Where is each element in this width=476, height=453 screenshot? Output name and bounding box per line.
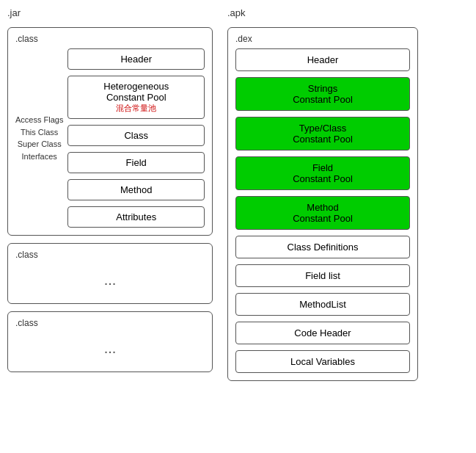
jar-attributes-block: Attributes — [67, 206, 205, 228]
jar-small-dots-1: ... — [15, 264, 205, 296]
jar-field-block: Field — [67, 152, 205, 173]
dex-blocks: Header StringsConstant Pool Type/ClassCo… — [235, 48, 410, 373]
apk-dex-box: .dex Header StringsConstant Pool Type/Cl… — [227, 27, 418, 381]
dex-classdefs-block: Class Definitions — [235, 236, 410, 258]
apk-dex-label: .dex — [235, 34, 410, 44]
this-class-label: This Class — [15, 126, 63, 139]
dex-methodlist-block: MethodList — [235, 293, 410, 316]
dex-fieldlist-block: Field list — [235, 264, 410, 287]
jar-method-block: Method — [67, 179, 205, 200]
dex-strings-block: StringsConstant Pool — [235, 77, 410, 111]
jar-small-class-label-1: .class — [15, 250, 205, 260]
jar-small-dots-2: ... — [15, 333, 205, 364]
interfaces-label: Interfaces — [15, 151, 63, 163]
jar-class-label: .class — [15, 34, 205, 44]
apk-label: .apk — [227, 7, 418, 18]
apk-column: .apk .dex Header StringsConstant Pool Ty… — [227, 7, 418, 381]
dex-method-block: MethodConstant Pool — [235, 196, 410, 230]
dex-header-block: Header — [235, 48, 410, 71]
jar-small-class-2: .class ... — [7, 311, 213, 372]
dex-codeheader-block: Code Header — [235, 322, 410, 344]
jar-label: .jar — [7, 7, 213, 18]
dex-typeclass-block: Type/ClassConstant Pool — [235, 117, 410, 151]
jar-small-class-1: .class ... — [7, 243, 213, 304]
jar-small-class-label-2: .class — [15, 318, 205, 328]
jar-side-labels: Access Flags This Class Super Class Inte… — [15, 114, 63, 162]
heterogeneous-chinese: 混合常量池 — [76, 103, 197, 114]
jar-header-block: Header — [67, 48, 205, 70]
jar-blocks: Header HeterogeneousConstant Pool 混合常量池 … — [67, 48, 205, 228]
dex-localvars-block: Local Variables — [235, 350, 410, 373]
dex-field-block: FieldConstant Pool — [235, 156, 410, 190]
jar-column: .jar .class Access Flags This Class Supe… — [7, 7, 213, 372]
super-class-label: Super Class — [15, 138, 63, 151]
jar-inner-content: Access Flags This Class Super Class Inte… — [15, 48, 205, 228]
jar-heterogeneous-block: HeterogeneousConstant Pool 混合常量池 — [67, 76, 205, 119]
access-flags-label: Access Flags — [15, 114, 63, 126]
jar-main-box: .class Access Flags This Class Super Cla… — [7, 27, 213, 236]
heterogeneous-text: HeterogeneousConstant Pool — [76, 81, 197, 103]
jar-class-block: Class — [67, 125, 205, 146]
